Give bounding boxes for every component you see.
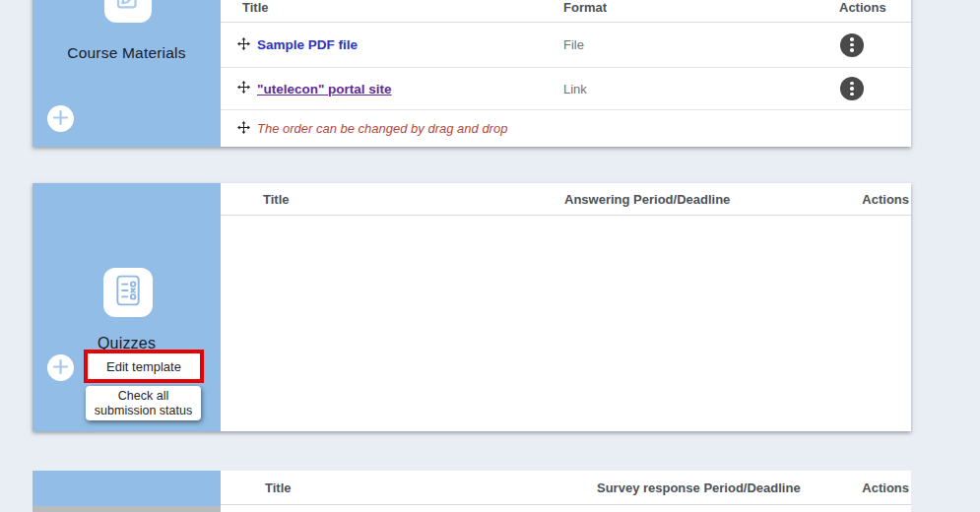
section-quizzes: Quizzes Edit template Check all submissi…	[33, 183, 911, 431]
material-actions-cell	[839, 33, 911, 57]
drag-drop-note: The order can be changed by drag and dro…	[257, 121, 507, 136]
material-format: Link	[563, 82, 839, 96]
column-header-actions: Actions	[839, 0, 886, 15]
move-icon	[237, 81, 250, 96]
column-header-format: Format	[563, 0, 607, 15]
column-header-actions: Actions	[862, 183, 909, 215]
add-quiz-button[interactable]	[47, 354, 74, 381]
add-material-button[interactable]	[47, 105, 74, 132]
section-surveys: Title Survey response Period/Deadline Ac…	[33, 471, 911, 512]
column-header-survey-response-period: Survey response Period/Deadline	[597, 471, 801, 504]
menu-item-edit-template[interactable]: Edit template	[84, 350, 204, 383]
menu-item-check-all-submission-status[interactable]: Check all submission status	[86, 386, 201, 420]
material-format: File	[563, 37, 839, 52]
surveys-table: Title Survey response Period/Deadline Ac…	[221, 471, 911, 512]
plus-icon	[52, 358, 69, 378]
surveys-table-header: Title Survey response Period/Deadline Ac…	[221, 471, 911, 505]
drag-handle[interactable]	[237, 81, 250, 96]
column-header-actions: Actions	[862, 471, 909, 504]
edit-square-icon	[113, 0, 143, 16]
column-header-answering-period: Answering Period/Deadline	[564, 183, 730, 215]
column-header-title: Title	[242, 0, 269, 15]
material-link[interactable]: Sample PDF file	[257, 37, 358, 52]
plus-icon	[52, 109, 69, 129]
row-actions-button[interactable]	[840, 33, 864, 57]
move-icon	[237, 121, 250, 137]
course-materials-sidebar: Course Materials	[33, 0, 221, 147]
drag-handle[interactable]	[237, 121, 250, 137]
quizzes-icon-box	[103, 268, 153, 317]
course-materials-table: Title Format Actions	[221, 0, 911, 147]
surveys-sidebar	[33, 471, 221, 512]
table-row: "utelecon" portal site Link	[221, 68, 911, 110]
horizontal-scrollbar-thumb[interactable]	[33, 506, 221, 512]
quizzes-table: Title Answering Period/Deadline Actions	[221, 183, 911, 431]
move-icon	[237, 37, 250, 53]
note-cell: The order can be changed by drag and dro…	[221, 121, 563, 137]
column-header-title: Title	[265, 471, 292, 504]
menu-item-label: Check all submission status	[90, 389, 197, 417]
quizzes-table-header: Title Answering Period/Deadline Actions	[221, 183, 911, 216]
section-course-materials: Course Materials Title Format Actions	[33, 0, 911, 147]
drag-drop-note-row: The order can be changed by drag and dro…	[221, 110, 911, 147]
menu-item-label: Edit template	[106, 359, 181, 374]
material-link[interactable]: "utelecon" portal site	[257, 82, 392, 96]
quiz-checklist-icon	[114, 275, 142, 310]
row-actions-button[interactable]	[840, 77, 864, 100]
material-title-cell: "utelecon" portal site	[221, 81, 563, 96]
material-actions-cell	[839, 77, 911, 100]
surveys-sidebar-block	[33, 471, 221, 506]
page-canvas: Course Materials Title Format Actions	[0, 0, 980, 512]
course-materials-icon-box	[104, 0, 152, 23]
course-materials-label: Course Materials	[33, 44, 221, 62]
material-title-cell: Sample PDF file	[221, 37, 563, 53]
quizzes-sidebar: Quizzes Edit template Check all submissi…	[33, 183, 221, 431]
column-header-title: Title	[263, 183, 290, 215]
table-row: Sample PDF file File	[221, 23, 911, 68]
course-materials-table-header: Title Format Actions	[221, 0, 911, 23]
drag-handle[interactable]	[237, 37, 250, 53]
